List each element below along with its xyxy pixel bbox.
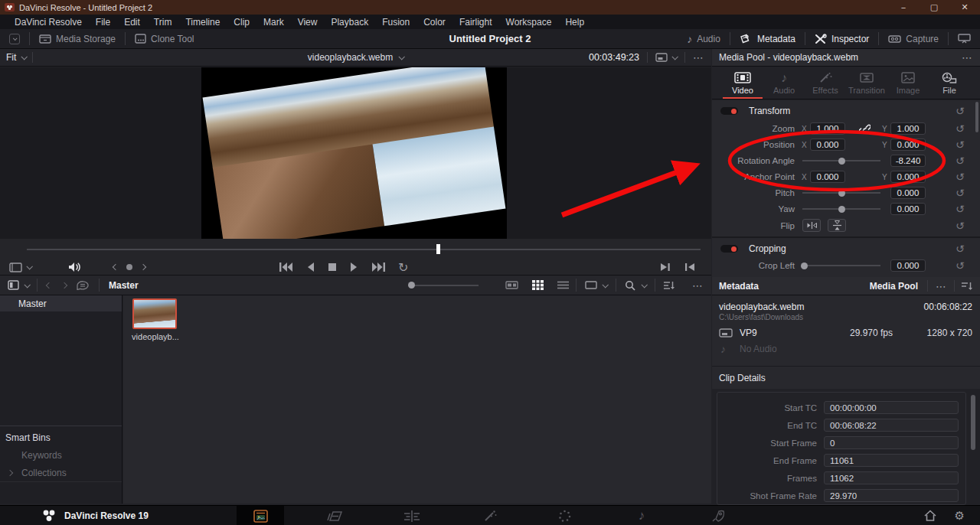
capture-button[interactable]: Capture	[879, 34, 948, 44]
pitch-reset-icon[interactable]: ↺	[956, 188, 965, 198]
scrubber-track[interactable]	[27, 249, 701, 250]
position-x-input[interactable]: 0.000	[810, 139, 845, 151]
menu-playback[interactable]: Playback	[324, 17, 375, 28]
mark-out-button[interactable]	[660, 262, 671, 272]
pitch-input[interactable]: 0.000	[890, 187, 926, 199]
frames-input[interactable]: 11062	[824, 471, 959, 484]
menu-davinci-resolve[interactable]: DaVinci Resolve	[8, 17, 89, 28]
clip-details-scrollbar[interactable]	[971, 395, 975, 450]
metadata-panel-button[interactable]: Metadata	[730, 34, 805, 44]
flip-reset-icon[interactable]: ↺	[956, 220, 965, 231]
anchor-x-input[interactable]: 0.000	[810, 171, 845, 183]
clip-thumbnail[interactable]	[132, 298, 177, 329]
bin-forward-button[interactable]	[61, 282, 67, 288]
minimize-button[interactable]: −	[888, 0, 919, 15]
stop-button[interactable]	[328, 262, 337, 272]
shot-frame-rate-input[interactable]: 29.970	[824, 489, 959, 502]
play-button[interactable]	[349, 262, 359, 272]
usage-filter-button[interactable]	[76, 280, 99, 290]
inspector-panel-button[interactable]: Inspector	[805, 34, 878, 44]
page-cut[interactable]	[312, 506, 359, 525]
pitch-slider[interactable]	[802, 192, 880, 194]
zoom-x-input[interactable]: 1.000	[810, 122, 845, 135]
tab-image[interactable]: Image	[888, 67, 928, 99]
menu-clip[interactable]: Clip	[227, 17, 256, 28]
yaw-slider[interactable]	[802, 208, 880, 210]
page-deliver[interactable]	[694, 506, 742, 525]
flip-horizontal-button[interactable]	[802, 219, 821, 232]
viewer-display-select[interactable]	[9, 262, 31, 272]
mute-button[interactable]	[68, 262, 81, 272]
metadata-context-select[interactable]: Media Pool	[870, 281, 927, 292]
filmstrip-view-button[interactable]	[498, 281, 525, 289]
menu-timeline[interactable]: Timeline	[178, 17, 227, 28]
position-y-input[interactable]: 0.000	[890, 139, 926, 151]
menu-mark[interactable]: Mark	[256, 17, 291, 28]
start-frame-input[interactable]: 0	[824, 436, 959, 449]
yaw-input[interactable]: 0.000	[890, 203, 926, 215]
menu-workspace[interactable]: Workspace	[499, 17, 559, 28]
clone-tool-button[interactable]: Clone Tool	[126, 34, 203, 44]
metadata-options-menu[interactable]: ⋯	[928, 280, 954, 292]
rotation-slider[interactable]	[802, 160, 880, 161]
bin-back-button[interactable]	[46, 282, 52, 288]
cleanfeed-monitor-button[interactable]	[949, 34, 980, 44]
cropping-section-reset-icon[interactable]: ↺	[956, 243, 965, 254]
media-storage-button[interactable]: Media Storage	[30, 34, 125, 44]
collections-expand-icon[interactable]	[7, 470, 13, 476]
loop-button[interactable]: ↻	[398, 260, 408, 275]
thumbnail-size-slider[interactable]	[408, 285, 479, 286]
menu-help[interactable]: Help	[558, 17, 591, 28]
tab-file[interactable]: File	[929, 67, 969, 99]
smart-bin-collections[interactable]: Collections	[0, 468, 122, 478]
tab-effects[interactable]: Effects	[805, 67, 845, 99]
tab-transition[interactable]: Transition	[847, 67, 887, 99]
project-home-button[interactable]	[924, 510, 936, 521]
menu-color[interactable]: Color	[416, 17, 452, 28]
viewer-clip-select[interactable]: videoplayback.webm	[0, 52, 711, 63]
close-button[interactable]: ✕	[949, 0, 980, 15]
flip-vertical-button[interactable]	[828, 219, 846, 232]
zoom-reset-icon[interactable]: ↺	[956, 123, 965, 134]
panel-toggle-button[interactable]	[0, 34, 29, 44]
anchor-reset-icon[interactable]: ↺	[956, 171, 965, 182]
menu-edit[interactable]: Edit	[117, 17, 147, 28]
transform-section-reset-icon[interactable]: ↺	[956, 106, 965, 116]
tab-video[interactable]: Video	[723, 67, 763, 99]
menu-fairlight[interactable]: Fairlight	[452, 17, 499, 28]
transform-toggle[interactable]	[720, 107, 738, 115]
jog-control[interactable]	[113, 264, 145, 270]
thumbnail-view-button[interactable]	[525, 280, 550, 290]
sort-button[interactable]	[655, 281, 684, 290]
bin-item-master[interactable]: Master	[0, 295, 122, 311]
page-color[interactable]	[541, 506, 588, 525]
menu-view[interactable]: View	[291, 17, 325, 28]
zoom-y-input[interactable]: 1.000	[890, 122, 926, 135]
settings-gear-button[interactable]: ⚙	[955, 509, 965, 523]
menu-file[interactable]: File	[89, 17, 117, 28]
menu-trim[interactable]: Trim	[147, 17, 179, 28]
page-edit[interactable]	[388, 506, 436, 525]
mark-in-button[interactable]	[684, 262, 695, 272]
maximize-button[interactable]: ▢	[919, 0, 949, 15]
yaw-reset-icon[interactable]: ↺	[956, 204, 965, 214]
crop-left-reset-icon[interactable]: ↺	[956, 260, 965, 271]
page-fairlight[interactable]: ♪	[618, 506, 665, 525]
inspector-options-menu[interactable]: ⋯	[962, 51, 980, 64]
rotation-reset-icon[interactable]: ↺	[956, 155, 965, 166]
smart-bins-header[interactable]: Smart Bins	[0, 432, 122, 443]
crop-left-input[interactable]: 0.000	[890, 259, 926, 272]
media-pool-options-menu[interactable]: ⋯	[684, 279, 711, 292]
playhead[interactable]	[436, 244, 440, 254]
preview-mode-select[interactable]	[577, 281, 616, 289]
cropping-toggle[interactable]	[720, 245, 738, 253]
go-to-start-button[interactable]	[279, 262, 293, 272]
bin-view-select[interactable]	[8, 280, 29, 290]
video-frame[interactable]	[201, 67, 507, 239]
tab-audio[interactable]: ♪ Audio	[764, 67, 804, 99]
position-reset-icon[interactable]: ↺	[956, 139, 965, 150]
go-to-end-button[interactable]	[371, 262, 386, 272]
menu-fusion[interactable]: Fusion	[375, 17, 416, 28]
start-tc-input[interactable]: 00:00:00:00	[824, 401, 959, 414]
audio-panel-button[interactable]: ♪ Audio	[678, 33, 730, 45]
